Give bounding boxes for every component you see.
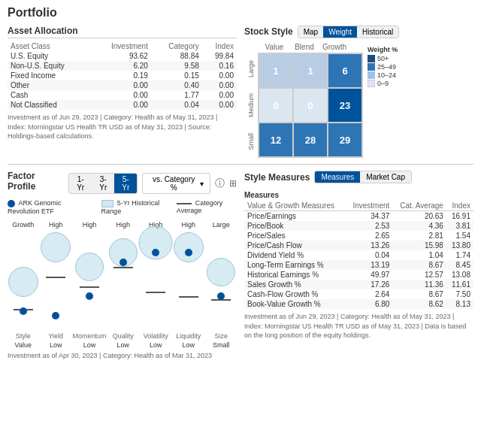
measures-cell-name: Historical Earnings % bbox=[244, 270, 346, 280]
measures-cell-name: Cash-Flow Growth % bbox=[244, 289, 346, 299]
legend-item-25-49: 25–49 bbox=[368, 63, 398, 71]
aa-cell-index: 99.84 bbox=[202, 51, 237, 61]
factor-bottom-label: Low bbox=[83, 341, 96, 349]
measures-cell-index: 13.80 bbox=[446, 241, 473, 250]
aa-table-row: Non-U.S. Equity 6.20 9.58 0.16 bbox=[8, 61, 237, 71]
aa-col-category: Category bbox=[151, 41, 202, 51]
factor-bubble-area bbox=[110, 233, 136, 331]
factor-chart: GrowthStyleValueHighYieldLowHighMomentum… bbox=[8, 221, 237, 349]
measures-table-row: Cash-Flow Growth % 2.64 8.67 7.50 bbox=[244, 289, 473, 299]
measures-cell-name: Price/Sales bbox=[244, 231, 346, 241]
measures-cell-investment: 49.97 bbox=[346, 270, 392, 280]
chevron-down-icon: ▾ bbox=[200, 180, 204, 188]
fund-dot bbox=[86, 292, 93, 300]
tab-historical[interactable]: Historical bbox=[357, 26, 398, 38]
grid-cell: 12 bbox=[259, 123, 293, 157]
aa-cell-investment: 0.00 bbox=[91, 100, 151, 110]
factor-col-name: Quality bbox=[113, 332, 134, 340]
style-measures-section: Style Measures Measures Market Cap Measu… bbox=[244, 171, 473, 359]
factor-bubble-area bbox=[176, 233, 201, 331]
factor-col-name: Size bbox=[214, 332, 228, 340]
aa-cell-name: Not Classified bbox=[8, 100, 91, 110]
range-box bbox=[101, 200, 113, 207]
factor-tab-5yr[interactable]: 5-Yr bbox=[114, 174, 137, 193]
measures-table-row: Price/Sales 2.65 2.81 1.54 bbox=[244, 231, 473, 241]
measures-table-row: Dividend Yield % 0.04 1.04 1.74 bbox=[244, 250, 473, 260]
info-icon[interactable]: ⓘ bbox=[215, 177, 225, 190]
style-legend: Weight % 50+ 25–49 10–24 bbox=[368, 46, 398, 158]
fund-dot bbox=[8, 200, 15, 207]
legend-item-50plus: 50+ bbox=[368, 55, 398, 62]
factor-top-label: High bbox=[116, 221, 130, 232]
style-measures-title: Style Measures bbox=[244, 172, 310, 184]
aa-cell-name: Non-U.S. Equity bbox=[8, 61, 91, 71]
vs-category-dropdown[interactable]: vs. Category % ▾ bbox=[142, 173, 210, 194]
measures-cell-index: 3.81 bbox=[446, 221, 473, 231]
tab-weight[interactable]: Weight bbox=[323, 26, 357, 38]
aa-cell-category: 0.04 bbox=[151, 100, 202, 110]
row-label-large: Large bbox=[247, 60, 255, 77]
divider-1 bbox=[8, 164, 473, 165]
category-avg-line bbox=[46, 277, 65, 278]
aa-cell-investment: 6.20 bbox=[91, 61, 151, 71]
grid-cell: 28 bbox=[293, 123, 328, 157]
aa-cell-category: 0.40 bbox=[151, 80, 202, 90]
legend-item-0-9: 0–9 bbox=[368, 80, 398, 87]
aa-cell-investment: 0.00 bbox=[91, 80, 151, 90]
factor-tab-3yr[interactable]: 3-Yr bbox=[92, 174, 114, 193]
aa-cell-index: 0.00 bbox=[202, 100, 237, 110]
measures-table-row: Historical Earnings % 49.97 12.57 13.08 bbox=[244, 270, 473, 280]
factor-column: HighYieldLow bbox=[41, 221, 72, 349]
category-avg-line bbox=[80, 286, 99, 288]
measures-cell-name: Price/Earnings bbox=[244, 211, 346, 222]
page-title: Portfolio bbox=[8, 6, 473, 20]
measures-note: Investment as of Jun 29, 2023 | Category… bbox=[244, 312, 473, 341]
grid-cell: 23 bbox=[328, 88, 362, 123]
row-label-small: Small bbox=[247, 133, 255, 150]
factor-tab-1yr[interactable]: 1-Yr bbox=[69, 174, 92, 193]
measures-cell-investment: 2.53 bbox=[346, 221, 392, 231]
category-line bbox=[177, 203, 192, 204]
measures-tab-group: Measures Market Cap bbox=[314, 171, 412, 183]
factor-bubble-area bbox=[208, 233, 234, 331]
aa-cell-name: Cash bbox=[8, 90, 91, 100]
factor-column: HighQualityLow bbox=[107, 221, 139, 349]
tab-measures[interactable]: Measures bbox=[315, 171, 360, 183]
aa-cell-index: 0.16 bbox=[202, 61, 237, 71]
measures-cell-index: 1.74 bbox=[446, 250, 473, 260]
tab-market-cap[interactable]: Market Cap bbox=[360, 171, 411, 183]
factor-bubble-area bbox=[43, 233, 68, 331]
fund-dot bbox=[20, 307, 27, 315]
grid-cell: 6 bbox=[328, 53, 362, 88]
aa-cell-name: Other bbox=[8, 80, 91, 90]
aa-table-row: Other 0.00 0.40 0.00 bbox=[8, 80, 237, 90]
measures-cell-cat: 11.36 bbox=[392, 280, 446, 289]
measures-cell-name: Price/Cash Flow bbox=[244, 241, 346, 250]
factor-top-label: High bbox=[49, 221, 63, 232]
stock-style-title: Stock Style bbox=[244, 26, 293, 38]
measures-cell-investment: 34.37 bbox=[346, 211, 392, 222]
fund-dot bbox=[185, 249, 192, 256]
page-container: Portfolio Asset Allocation Asset Class I… bbox=[0, 0, 481, 365]
category-avg-line bbox=[146, 292, 165, 293]
measures-col-name: Value & Growth Measures bbox=[244, 201, 346, 211]
stock-style-tab-group: Map Weight Historical bbox=[298, 26, 400, 38]
style-grid: 1160023122829 bbox=[258, 53, 363, 158]
aa-cell-category: 9.58 bbox=[151, 61, 202, 71]
factor-top-label: High bbox=[181, 221, 195, 232]
measures-cell-cat: 8.67 bbox=[392, 289, 446, 299]
factor-col-name: Liquidity bbox=[176, 332, 201, 340]
aa-cell-investment: 93.62 bbox=[91, 51, 151, 61]
measures-cell-index: 1.54 bbox=[446, 231, 473, 241]
measures-cell-name: Sales Growth % bbox=[244, 280, 346, 289]
factor-bubble-area bbox=[143, 233, 168, 331]
measures-cell-name: Book-Value Growth % bbox=[244, 299, 346, 309]
measures-cell-index: 16.91 bbox=[446, 211, 473, 222]
grid-icon[interactable]: ⊞ bbox=[229, 178, 237, 189]
fund-dot bbox=[152, 249, 159, 256]
legend-title: Weight % bbox=[368, 46, 398, 53]
tab-map[interactable]: Map bbox=[298, 26, 323, 38]
fund-dot bbox=[52, 312, 59, 319]
factor-column: HighLiquidityLow bbox=[173, 221, 204, 349]
category-avg-line bbox=[179, 296, 198, 298]
